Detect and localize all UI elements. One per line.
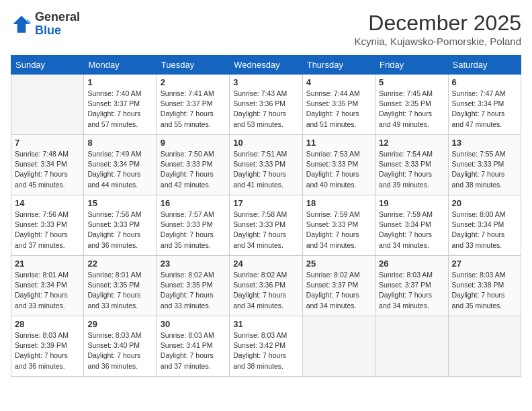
calendar-cell: 13Sunrise: 7:55 AMSunset: 3:33 PMDayligh…: [448, 135, 521, 195]
weekday-header-wednesday: Wednesday: [230, 56, 302, 75]
calendar-cell: 17Sunrise: 7:58 AMSunset: 3:33 PMDayligh…: [230, 195, 302, 256]
day-info: Sunrise: 8:01 AMSunset: 3:34 PMDaylight:…: [15, 270, 80, 311]
calendar-cell: 29Sunrise: 8:03 AMSunset: 3:40 PMDayligh…: [84, 316, 157, 377]
page-header: General Blue December 2025 Kcynia, Kujaw…: [11, 11, 521, 47]
calendar-cell: 27Sunrise: 8:03 AMSunset: 3:38 PMDayligh…: [448, 256, 521, 316]
day-number: 7: [15, 138, 80, 148]
day-info: Sunrise: 7:56 AMSunset: 3:33 PMDaylight:…: [15, 210, 80, 250]
day-number: 11: [306, 138, 371, 148]
weekday-header-thursday: Thursday: [302, 56, 375, 75]
day-number: 26: [379, 259, 444, 269]
day-info: Sunrise: 8:03 AMSunset: 3:42 PMDaylight:…: [233, 330, 298, 371]
day-number: 21: [15, 259, 80, 269]
calendar-cell: 12Sunrise: 7:54 AMSunset: 3:33 PMDayligh…: [375, 135, 448, 195]
calendar-cell: 7Sunrise: 7:48 AMSunset: 3:34 PMDaylight…: [11, 135, 84, 195]
calendar-cell: 26Sunrise: 8:03 AMSunset: 3:37 PMDayligh…: [375, 256, 448, 316]
logo-icon: [11, 13, 32, 35]
day-info: Sunrise: 7:51 AMSunset: 3:33 PMDaylight:…: [233, 149, 298, 190]
calendar-header-row: SundayMondayTuesdayWednesdayThursdayFrid…: [11, 56, 521, 75]
day-number: 9: [161, 138, 226, 148]
location: Kcynia, Kujawsko-Pomorskie, Poland: [355, 36, 521, 47]
day-info: Sunrise: 7:50 AMSunset: 3:33 PMDaylight:…: [161, 149, 226, 190]
day-info: Sunrise: 8:00 AMSunset: 3:34 PMDaylight:…: [452, 210, 517, 250]
day-info: Sunrise: 8:03 AMSunset: 3:41 PMDaylight:…: [161, 330, 226, 371]
day-number: 12: [379, 138, 444, 148]
day-info: Sunrise: 8:03 AMSunset: 3:40 PMDaylight:…: [87, 330, 152, 371]
calendar-cell: 6Sunrise: 7:47 AMSunset: 3:34 PMDaylight…: [448, 75, 521, 135]
day-info: Sunrise: 7:59 AMSunset: 3:34 PMDaylight:…: [379, 210, 444, 250]
day-number: 24: [233, 259, 298, 269]
calendar-week-3: 14Sunrise: 7:56 AMSunset: 3:33 PMDayligh…: [11, 195, 521, 256]
day-number: 22: [87, 259, 152, 269]
calendar: SundayMondayTuesdayWednesdayThursdayFrid…: [11, 55, 521, 377]
day-number: 8: [87, 138, 152, 148]
weekday-header-friday: Friday: [375, 56, 448, 75]
day-info: Sunrise: 7:44 AMSunset: 3:35 PMDaylight:…: [306, 89, 371, 130]
calendar-cell: [11, 75, 84, 135]
day-number: 18: [306, 198, 371, 208]
day-number: 29: [87, 319, 152, 329]
day-info: Sunrise: 7:56 AMSunset: 3:33 PMDaylight:…: [87, 210, 152, 250]
calendar-cell: 25Sunrise: 8:02 AMSunset: 3:37 PMDayligh…: [302, 256, 375, 316]
calendar-cell: 11Sunrise: 7:53 AMSunset: 3:33 PMDayligh…: [302, 135, 375, 195]
calendar-cell: 28Sunrise: 8:03 AMSunset: 3:39 PMDayligh…: [11, 316, 84, 377]
day-number: 14: [15, 198, 80, 208]
day-info: Sunrise: 8:01 AMSunset: 3:35 PMDaylight:…: [87, 270, 152, 311]
day-info: Sunrise: 7:48 AMSunset: 3:34 PMDaylight:…: [15, 149, 80, 190]
logo-general: General: [35, 10, 80, 24]
day-info: Sunrise: 8:03 AMSunset: 3:39 PMDaylight:…: [15, 330, 80, 371]
calendar-cell: [375, 316, 448, 377]
day-number: 20: [452, 198, 517, 208]
calendar-cell: 8Sunrise: 7:49 AMSunset: 3:34 PMDaylight…: [84, 135, 157, 195]
day-number: 2: [161, 77, 226, 87]
day-info: Sunrise: 7:57 AMSunset: 3:33 PMDaylight:…: [161, 210, 226, 250]
day-info: Sunrise: 7:45 AMSunset: 3:35 PMDaylight:…: [379, 89, 444, 130]
day-info: Sunrise: 7:41 AMSunset: 3:37 PMDaylight:…: [161, 89, 226, 130]
calendar-cell: 19Sunrise: 7:59 AMSunset: 3:34 PMDayligh…: [375, 195, 448, 256]
logo: General Blue: [11, 11, 80, 38]
day-number: 28: [15, 319, 80, 329]
calendar-cell: 15Sunrise: 7:56 AMSunset: 3:33 PMDayligh…: [84, 195, 157, 256]
calendar-week-5: 28Sunrise: 8:03 AMSunset: 3:39 PMDayligh…: [11, 316, 521, 377]
weekday-header-saturday: Saturday: [448, 56, 521, 75]
calendar-cell: 1Sunrise: 7:40 AMSunset: 3:37 PMDaylight…: [84, 75, 157, 135]
weekday-header-tuesday: Tuesday: [157, 56, 229, 75]
day-number: 5: [379, 77, 444, 87]
svg-marker-0: [13, 15, 30, 33]
calendar-cell: 2Sunrise: 7:41 AMSunset: 3:37 PMDaylight…: [157, 75, 229, 135]
month-title: December 2025: [355, 11, 521, 36]
calendar-cell: [302, 316, 375, 377]
day-number: 6: [452, 77, 517, 87]
weekday-header-monday: Monday: [84, 56, 157, 75]
day-info: Sunrise: 7:47 AMSunset: 3:34 PMDaylight:…: [452, 89, 517, 130]
day-number: 13: [452, 138, 517, 148]
title-section: December 2025 Kcynia, Kujawsko-Pomorskie…: [355, 11, 521, 47]
calendar-week-4: 21Sunrise: 8:01 AMSunset: 3:34 PMDayligh…: [11, 256, 521, 316]
day-number: 19: [379, 198, 444, 208]
day-number: 30: [161, 319, 226, 329]
day-number: 25: [306, 259, 371, 269]
weekday-header-sunday: Sunday: [11, 56, 84, 75]
day-info: Sunrise: 7:59 AMSunset: 3:33 PMDaylight:…: [306, 210, 371, 250]
day-number: 4: [306, 77, 371, 87]
day-info: Sunrise: 7:43 AMSunset: 3:36 PMDaylight:…: [233, 89, 298, 130]
calendar-cell: 24Sunrise: 8:02 AMSunset: 3:36 PMDayligh…: [230, 256, 302, 316]
calendar-cell: 4Sunrise: 7:44 AMSunset: 3:35 PMDaylight…: [302, 75, 375, 135]
calendar-cell: 30Sunrise: 8:03 AMSunset: 3:41 PMDayligh…: [157, 316, 229, 377]
calendar-cell: 16Sunrise: 7:57 AMSunset: 3:33 PMDayligh…: [157, 195, 229, 256]
calendar-cell: 22Sunrise: 8:01 AMSunset: 3:35 PMDayligh…: [84, 256, 157, 316]
day-number: 15: [87, 198, 152, 208]
calendar-cell: 3Sunrise: 7:43 AMSunset: 3:36 PMDaylight…: [230, 75, 302, 135]
day-number: 10: [233, 138, 298, 148]
logo-blue: Blue: [35, 24, 61, 37]
day-number: 1: [87, 77, 152, 87]
day-number: 3: [233, 77, 298, 87]
day-info: Sunrise: 8:03 AMSunset: 3:37 PMDaylight:…: [379, 270, 444, 311]
day-info: Sunrise: 8:02 AMSunset: 3:35 PMDaylight:…: [161, 270, 226, 311]
calendar-cell: 9Sunrise: 7:50 AMSunset: 3:33 PMDaylight…: [157, 135, 229, 195]
day-number: 31: [233, 319, 298, 329]
day-info: Sunrise: 7:53 AMSunset: 3:33 PMDaylight:…: [306, 149, 371, 190]
day-number: 27: [452, 259, 517, 269]
day-info: Sunrise: 7:49 AMSunset: 3:34 PMDaylight:…: [87, 149, 152, 190]
day-info: Sunrise: 7:54 AMSunset: 3:33 PMDaylight:…: [379, 149, 444, 190]
